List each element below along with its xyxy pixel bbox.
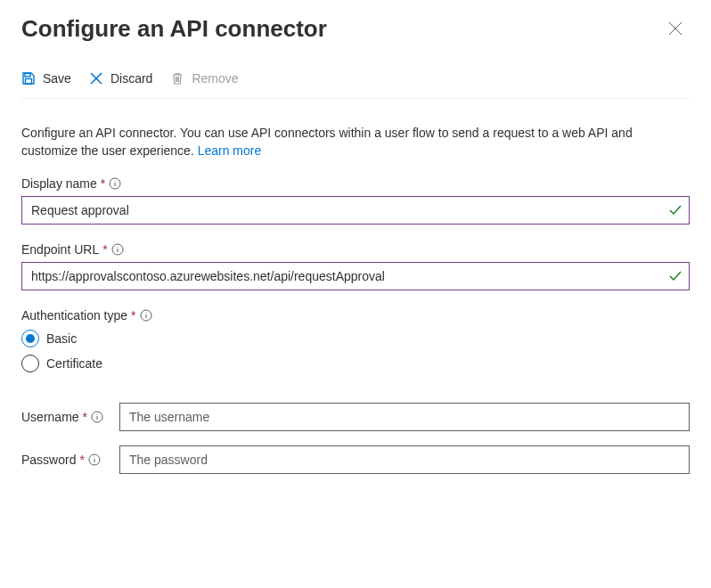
password-label-row: Password * bbox=[21, 453, 107, 467]
save-label: Save bbox=[43, 71, 71, 86]
username-input[interactable] bbox=[119, 403, 690, 431]
svg-point-20 bbox=[97, 413, 98, 414]
password-input[interactable] bbox=[119, 445, 690, 474]
password-input-wrap bbox=[119, 445, 690, 474]
toolbar: Save Discard Rem bbox=[21, 59, 690, 99]
endpoint-label: Endpoint URL bbox=[21, 242, 99, 257]
username-group: Username * bbox=[21, 403, 690, 431]
learn-more-link[interactable]: Learn more bbox=[198, 143, 262, 158]
endpoint-input-wrap bbox=[21, 262, 690, 290]
discard-button[interactable]: Discard bbox=[89, 69, 152, 87]
trash-icon bbox=[170, 71, 184, 86]
endpoint-input[interactable] bbox=[21, 262, 690, 290]
auth-type-label-row: Authentication type * bbox=[21, 308, 690, 323]
api-connector-panel: Configure an API connector Save bbox=[0, 0, 711, 510]
page-title: Configure an API connector bbox=[21, 15, 327, 43]
radio-certificate[interactable]: Certificate bbox=[21, 355, 690, 372]
remove-label: Remove bbox=[192, 71, 238, 86]
username-label: Username bbox=[21, 410, 79, 424]
info-icon[interactable] bbox=[140, 309, 152, 322]
check-icon bbox=[668, 269, 682, 283]
radio-circle-icon bbox=[21, 330, 39, 347]
display-name-input[interactable] bbox=[21, 196, 690, 225]
radio-basic-label: Basic bbox=[46, 331, 77, 346]
svg-point-17 bbox=[145, 312, 146, 313]
radio-circle-icon bbox=[21, 355, 39, 372]
svg-point-14 bbox=[117, 246, 118, 247]
info-icon[interactable] bbox=[91, 411, 103, 423]
password-group: Password * bbox=[21, 445, 690, 474]
info-icon[interactable] bbox=[109, 177, 121, 190]
auth-type-radio-group: Basic Certificate bbox=[21, 330, 690, 372]
svg-point-23 bbox=[94, 456, 94, 457]
radio-basic[interactable]: Basic bbox=[21, 330, 690, 347]
description-text: Configure an API connector. You can use … bbox=[21, 124, 690, 160]
auth-type-label: Authentication type bbox=[21, 308, 127, 323]
auth-type-group: Authentication type * Basic Certificate bbox=[21, 308, 690, 372]
display-name-label-row: Display name * bbox=[21, 176, 690, 191]
display-name-input-wrap bbox=[21, 196, 690, 225]
discard-label: Discard bbox=[110, 71, 152, 86]
required-star: * bbox=[101, 176, 105, 191]
endpoint-group: Endpoint URL * bbox=[21, 242, 690, 290]
info-icon[interactable] bbox=[111, 243, 124, 256]
close-icon bbox=[668, 21, 682, 36]
close-button[interactable] bbox=[661, 14, 690, 43]
header-row: Configure an API connector bbox=[21, 14, 690, 43]
required-star: * bbox=[131, 308, 135, 323]
description-body: Configure an API connector. You can use … bbox=[21, 126, 633, 158]
svg-rect-3 bbox=[26, 79, 32, 85]
display-name-label: Display name bbox=[21, 176, 97, 191]
save-button[interactable]: Save bbox=[21, 69, 71, 87]
required-star: * bbox=[79, 453, 84, 467]
remove-button: Remove bbox=[170, 69, 238, 87]
svg-rect-2 bbox=[25, 73, 30, 77]
discard-icon bbox=[89, 71, 103, 86]
info-icon[interactable] bbox=[88, 453, 101, 466]
save-icon bbox=[21, 71, 36, 86]
endpoint-label-row: Endpoint URL * bbox=[21, 242, 690, 257]
check-icon bbox=[668, 203, 682, 217]
username-label-row: Username * bbox=[21, 410, 107, 424]
password-label: Password bbox=[21, 453, 76, 467]
username-input-wrap bbox=[119, 403, 690, 431]
required-star: * bbox=[102, 242, 107, 257]
required-star: * bbox=[83, 410, 87, 424]
svg-point-11 bbox=[115, 180, 116, 181]
radio-certificate-label: Certificate bbox=[46, 356, 102, 371]
display-name-group: Display name * bbox=[21, 176, 690, 225]
